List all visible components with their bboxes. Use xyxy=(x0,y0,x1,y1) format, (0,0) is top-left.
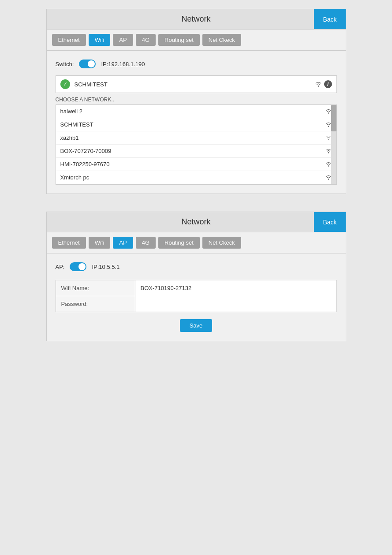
wifi-switch-label: Switch: xyxy=(56,61,74,67)
wifi-name-label: Wifi Name: xyxy=(56,280,135,296)
ap-switch-row: AP: IP:10.5.5.1 xyxy=(56,262,337,271)
tab-ethernet-1[interactable]: Ethernet xyxy=(52,34,86,46)
wifi-back-button[interactable]: Back xyxy=(314,9,345,29)
tab-4g-1[interactable]: 4G xyxy=(136,34,156,46)
ap-toggle[interactable] xyxy=(70,262,86,271)
password-label: Password: xyxy=(56,296,135,312)
network-name-1: SCHMITEST xyxy=(60,121,325,128)
ap-panel-header: Network Back xyxy=(47,212,346,232)
network-item-0[interactable]: haiwell 2 xyxy=(56,105,336,118)
network-list-scrollbar[interactable] xyxy=(331,105,336,184)
ap-save-button[interactable]: Save xyxy=(180,319,213,332)
network-name-4: HMI-702250-97670 xyxy=(60,161,325,168)
ap-panel: Network Back Ethernet Wifi AP 4G Routing… xyxy=(46,212,346,341)
ap-tab-bar: Ethernet Wifi AP 4G Routing set Net Ckec… xyxy=(47,232,346,253)
network-name-3: BOX-707270-70009 xyxy=(60,148,325,154)
tab-routing-2[interactable]: Routing set xyxy=(158,237,200,249)
ap-back-button[interactable]: Back xyxy=(314,212,345,232)
wifi-switch-row: Switch: IP:192.168.1.190 xyxy=(56,60,337,68)
tab-wifi-2[interactable]: Wifi xyxy=(89,237,111,249)
info-icon[interactable]: i xyxy=(324,80,332,88)
wifi-panel: Network Back Ethernet Wifi AP 4G Routing… xyxy=(46,9,346,194)
ap-label: AP: xyxy=(56,264,65,270)
ap-form-table: Wifi Name: BOX-710190-27132 Password: xyxy=(56,280,337,312)
connected-wifi-icons: i xyxy=(314,80,332,88)
wifi-ip-text: IP:192.168.1.190 xyxy=(101,61,145,67)
tab-ap-2[interactable]: AP xyxy=(113,237,133,249)
tab-routing-1[interactable]: Routing set xyxy=(158,34,200,46)
wifi-name-value[interactable]: BOX-710190-27132 xyxy=(135,280,336,296)
scrollbar-thumb xyxy=(331,105,336,131)
connected-network-row: ✓ SCHMITEST i xyxy=(56,75,337,93)
svg-point-0 xyxy=(317,86,319,87)
connected-check-icon: ✓ xyxy=(60,79,70,89)
network-name-5: Xmtorch pc xyxy=(60,174,325,181)
network-name-0: haiwell 2 xyxy=(60,108,325,115)
network-name-2: xazhb1 xyxy=(60,134,325,141)
tab-wifi-1[interactable]: Wifi xyxy=(89,34,111,46)
network-item-4[interactable]: HMI-702250-97670 xyxy=(56,158,336,171)
svg-point-1 xyxy=(328,112,329,113)
tab-4g-2[interactable]: 4G xyxy=(136,237,156,249)
network-item-1[interactable]: SCHMITEST xyxy=(56,118,336,131)
wifi-tab-bar: Ethernet Wifi AP 4G Routing set Net Ckec… xyxy=(47,30,346,51)
network-item-5[interactable]: Xmtorch pc xyxy=(56,171,336,184)
choose-network-label: CHOOSE A NETWORK.. xyxy=(56,94,337,104)
tab-ethernet-2[interactable]: Ethernet xyxy=(52,237,86,249)
svg-point-2 xyxy=(328,126,329,127)
network-list: haiwell 2 SCHMITEST xazhb1 xyxy=(56,104,337,185)
svg-point-4 xyxy=(328,152,329,153)
svg-point-5 xyxy=(328,165,329,166)
tab-netchk-2[interactable]: Net Ckeck xyxy=(202,237,241,249)
network-item-3[interactable]: BOX-707270-70009 xyxy=(56,145,336,158)
ap-panel-body: AP: IP:10.5.5.1 Wifi Name: BOX-710190-27… xyxy=(47,253,346,341)
form-row-wifiname: Wifi Name: BOX-710190-27132 xyxy=(56,280,336,296)
network-item-2[interactable]: xazhb1 xyxy=(56,131,336,145)
wifi-signal-icon xyxy=(314,81,322,87)
wifi-panel-body: Switch: IP:192.168.1.190 ✓ SCHMITEST i C… xyxy=(47,51,346,194)
tab-netchk-1[interactable]: Net Ckeck xyxy=(202,34,241,46)
svg-point-6 xyxy=(328,179,329,179)
password-value[interactable] xyxy=(135,296,336,312)
wifi-toggle[interactable] xyxy=(79,60,96,68)
tab-ap-1[interactable]: AP xyxy=(113,34,133,46)
wifi-panel-title: Network xyxy=(181,15,210,24)
ap-panel-title: Network xyxy=(181,217,210,227)
wifi-panel-header: Network Back xyxy=(47,9,346,30)
svg-point-3 xyxy=(328,139,329,140)
connected-ssid: SCHMITEST xyxy=(75,81,314,88)
ap-ip-text: IP:10.5.5.1 xyxy=(92,264,119,270)
form-row-password: Password: xyxy=(56,296,336,312)
